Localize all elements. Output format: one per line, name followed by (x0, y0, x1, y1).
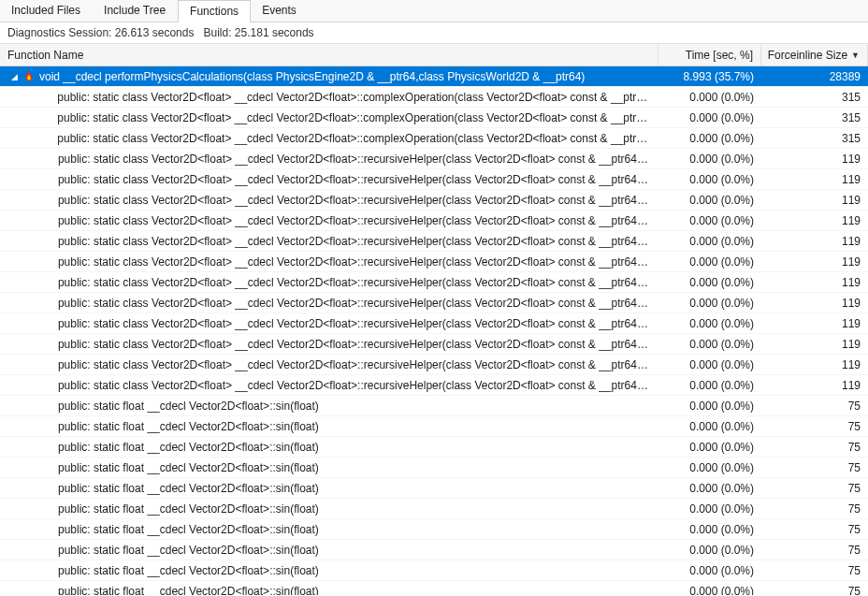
function-row[interactable]: public: static float __cdecl Vector2D<fl… (0, 437, 868, 458)
time-cell: 0.000 (0.0%) (658, 314, 761, 333)
tab-functions[interactable]: Functions (178, 0, 251, 22)
function-row[interactable]: public: static class Vector2D<float> __c… (0, 272, 868, 293)
forceinline-size-cell: 75 (761, 458, 868, 477)
forceinline-size-cell: 119 (761, 191, 868, 210)
column-header-function-name[interactable]: Function Name (0, 45, 658, 65)
tab-include-tree[interactable]: Include Tree (93, 0, 178, 22)
forceinline-size-cell: 119 (761, 294, 868, 313)
time-cell: 0.000 (0.0%) (658, 500, 761, 518)
build-value: 25.181 seconds (235, 26, 314, 39)
time-cell: 0.000 (0.0%) (658, 458, 761, 477)
function-signature: public: static class Vector2D<float> __c… (58, 214, 651, 227)
column-header-row: Function Name Time [sec, %] Forceinline … (0, 44, 868, 66)
function-name-cell: public: static class Vector2D<float> __c… (0, 88, 658, 107)
function-row[interactable]: public: static class Vector2D<float> __c… (0, 231, 868, 252)
function-name-cell: public: static float __cdecl Vector2D<fl… (0, 417, 658, 436)
forceinline-size-cell: 119 (761, 232, 868, 251)
forceinline-size-cell: 119 (761, 376, 868, 395)
time-cell: 0.000 (0.0%) (658, 88, 761, 107)
time-cell: 0.000 (0.0%) (658, 191, 761, 210)
forceinline-size-cell: 119 (761, 211, 868, 230)
function-signature: public: static class Vector2D<float> __c… (58, 194, 651, 207)
function-row[interactable]: public: static float __cdecl Vector2D<fl… (0, 581, 868, 595)
forceinline-size-cell: 119 (761, 273, 868, 292)
function-row[interactable]: public: static class Vector2D<float> __c… (0, 252, 868, 272)
function-name-cell: ◢void __cdecl performPhysicsCalculations… (0, 67, 658, 86)
function-row[interactable]: public: static class Vector2D<float> __c… (0, 128, 868, 149)
time-cell: 0.000 (0.0%) (658, 417, 761, 436)
function-row[interactable]: public: static class Vector2D<float> __c… (0, 87, 868, 108)
function-name-cell: public: static float __cdecl Vector2D<fl… (0, 520, 658, 539)
function-name-cell: public: static class Vector2D<float> __c… (0, 376, 658, 395)
time-cell: 0.000 (0.0%) (658, 561, 761, 580)
function-row[interactable]: public: static float __cdecl Vector2D<fl… (0, 396, 868, 416)
function-name-cell: public: static class Vector2D<float> __c… (0, 129, 658, 148)
forceinline-size-cell: 75 (761, 582, 868, 596)
function-signature: public: static float __cdecl Vector2D<fl… (58, 420, 319, 433)
function-signature: public: static class Vector2D<float> __c… (57, 91, 651, 104)
time-cell: 0.000 (0.0%) (658, 253, 761, 271)
tab-events[interactable]: Events (251, 0, 309, 22)
time-cell: 0.000 (0.0%) (658, 211, 761, 230)
forceinline-size-cell: 119 (761, 335, 868, 354)
function-row[interactable]: public: static float __cdecl Vector2D<fl… (0, 540, 868, 560)
forceinline-size-cell: 75 (761, 397, 868, 415)
time-cell: 0.000 (0.0%) (658, 376, 761, 395)
function-row[interactable]: public: static class Vector2D<float> __c… (0, 169, 868, 190)
column-header-time[interactable]: Time [sec, %] (658, 45, 761, 65)
column-header-forceinline-size[interactable]: Forceinline Size ▼ (761, 45, 868, 65)
function-row[interactable]: public: static class Vector2D<float> __c… (0, 108, 868, 128)
time-cell: 0.000 (0.0%) (658, 232, 761, 251)
tab-bar: Included FilesInclude TreeFunctionsEvent… (0, 0, 868, 22)
function-name-cell: public: static float __cdecl Vector2D<fl… (0, 438, 658, 457)
forceinline-size-cell: 75 (761, 417, 868, 436)
diagnostics-value: 26.613 seconds (115, 26, 195, 39)
function-row[interactable]: public: static class Vector2D<float> __c… (0, 190, 868, 211)
forceinline-size-cell: 75 (761, 561, 868, 580)
function-row[interactable]: public: static float __cdecl Vector2D<fl… (0, 478, 868, 499)
function-row[interactable]: public: static class Vector2D<float> __c… (0, 375, 868, 396)
function-signature: public: static class Vector2D<float> __c… (58, 235, 651, 248)
forceinline-size-cell: 75 (761, 438, 868, 457)
function-name-cell: public: static class Vector2D<float> __c… (0, 232, 658, 251)
function-signature: public: static float __cdecl Vector2D<fl… (58, 400, 319, 413)
function-name-cell: public: static class Vector2D<float> __c… (0, 170, 658, 189)
function-name-cell: public: static class Vector2D<float> __c… (0, 314, 658, 333)
time-cell: 0.000 (0.0%) (658, 109, 761, 127)
time-cell: 0.000 (0.0%) (658, 356, 761, 374)
function-row[interactable]: public: static class Vector2D<float> __c… (0, 355, 868, 375)
session-info-bar: Diagnostics Session: 26.613 seconds Buil… (0, 22, 868, 44)
forceinline-size-cell: 315 (761, 129, 868, 148)
forceinline-size-cell: 119 (761, 314, 868, 333)
function-row[interactable]: public: static float __cdecl Vector2D<fl… (0, 416, 868, 437)
function-name-cell: public: static class Vector2D<float> __c… (0, 109, 658, 127)
function-row[interactable]: public: static class Vector2D<float> __c… (0, 334, 868, 355)
diagnostics-label: Diagnostics Session: (7, 26, 111, 39)
function-row[interactable]: public: static float __cdecl Vector2D<fl… (0, 499, 868, 519)
function-signature: public: static float __cdecl Vector2D<fl… (58, 441, 319, 454)
function-signature: public: static class Vector2D<float> __c… (58, 276, 651, 289)
forceinline-size-cell: 75 (761, 500, 868, 518)
function-row[interactable]: public: static class Vector2D<float> __c… (0, 313, 868, 334)
function-row[interactable]: public: static class Vector2D<float> __c… (0, 211, 868, 231)
tree-toggle-icon[interactable]: ◢ (9, 72, 19, 81)
function-signature: public: static float __cdecl Vector2D<fl… (58, 502, 319, 516)
function-name-cell: public: static float __cdecl Vector2D<fl… (0, 479, 658, 498)
forceinline-size-cell: 75 (761, 541, 868, 560)
function-name-cell: public: static class Vector2D<float> __c… (0, 356, 658, 374)
function-name-cell: public: static float __cdecl Vector2D<fl… (0, 582, 658, 596)
function-row[interactable]: public: static class Vector2D<float> __c… (0, 149, 868, 169)
sort-dropdown-icon[interactable]: ▼ (851, 51, 860, 60)
function-name-cell: public: static class Vector2D<float> __c… (0, 294, 658, 313)
function-row[interactable]: public: static class Vector2D<float> __c… (0, 293, 868, 313)
function-name-cell: public: static class Vector2D<float> __c… (0, 335, 658, 354)
function-list[interactable]: ◢void __cdecl performPhysicsCalculations… (0, 66, 868, 595)
function-row[interactable]: public: static float __cdecl Vector2D<fl… (0, 560, 868, 581)
function-row[interactable]: public: static float __cdecl Vector2D<fl… (0, 458, 868, 478)
tab-included-files[interactable]: Included Files (0, 0, 93, 22)
function-name-cell: public: static float __cdecl Vector2D<fl… (0, 561, 658, 580)
build-label: Build: (203, 26, 231, 39)
function-row[interactable]: ◢void __cdecl performPhysicsCalculations… (0, 66, 868, 87)
function-row[interactable]: public: static float __cdecl Vector2D<fl… (0, 519, 868, 540)
function-signature: public: static class Vector2D<float> __c… (58, 317, 651, 330)
